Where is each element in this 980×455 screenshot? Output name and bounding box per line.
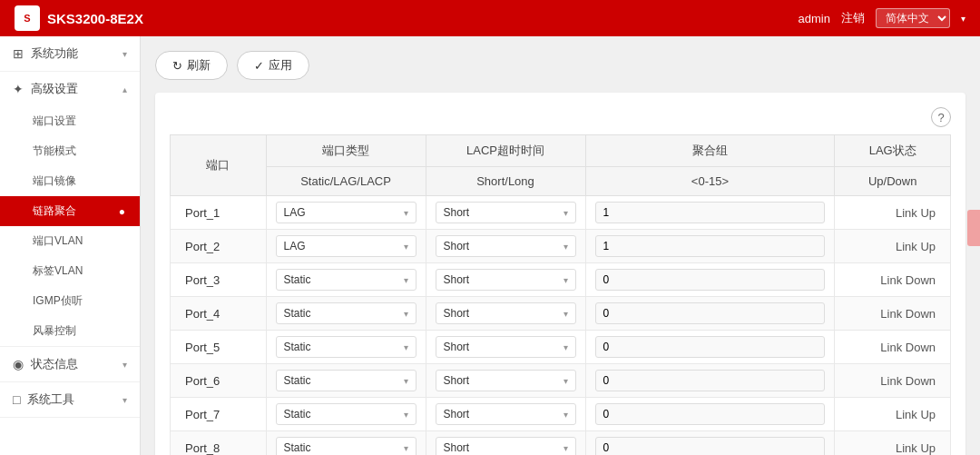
chevron-down-icon: ▾ (404, 309, 408, 319)
agg-input[interactable] (595, 437, 826, 455)
apply-button[interactable]: ✓ 应用 (237, 51, 309, 80)
type-select[interactable]: Static ▾ (276, 403, 416, 425)
chevron-icon-tools: ▾ (122, 395, 127, 405)
sidebar-group-system[interactable]: ⊞ 系统功能 ▾ (0, 36, 140, 71)
cell-lacp[interactable]: Short ▾ (426, 398, 585, 431)
cell-port: Port_3 (171, 263, 267, 297)
cell-type[interactable]: Static ▾ (266, 398, 426, 431)
agg-input[interactable] (595, 403, 826, 425)
agg-input[interactable] (595, 269, 826, 291)
agg-input[interactable] (595, 302, 826, 324)
cell-type[interactable]: LAG ▾ (266, 230, 426, 263)
agg-input[interactable] (595, 202, 826, 223)
refresh-icon: ↻ (172, 59, 182, 73)
sidebar-item-storm[interactable]: 风暴控制 (0, 316, 140, 346)
lacp-select[interactable]: Short ▾ (436, 235, 576, 257)
type-select[interactable]: Static ▾ (276, 336, 416, 358)
lacp-select[interactable]: Short ▾ (436, 302, 576, 324)
chevron-down-icon: ▾ (564, 443, 568, 453)
chevron-down-icon: ▾ (404, 242, 408, 252)
lacp-select[interactable]: Short ▾ (436, 370, 576, 391)
cell-status: Link Down (835, 331, 951, 364)
header-right: admin 注销 简体中文 ▾ (799, 8, 965, 28)
cell-agg[interactable] (585, 364, 835, 398)
cell-port: Port_8 (171, 431, 267, 456)
type-select[interactable]: Static ▾ (276, 302, 416, 324)
logout-button[interactable]: 注销 (841, 10, 865, 26)
chevron-icon: ▾ (122, 49, 127, 59)
sidebar-section-status: ◉ 状态信息 ▾ (0, 347, 140, 382)
help-button[interactable]: ? (931, 107, 951, 127)
cell-agg[interactable] (585, 398, 835, 431)
cell-port: Port_2 (171, 230, 267, 263)
sidebar-item-tag-vlan[interactable]: 标签VLAN (0, 256, 140, 286)
username: admin (799, 12, 830, 25)
cell-lacp[interactable]: Short ▾ (426, 196, 585, 230)
agg-input[interactable] (595, 370, 826, 391)
refresh-button[interactable]: ↻ 刷新 (155, 51, 228, 80)
scroll-indicator[interactable] (967, 210, 980, 246)
lacp-select[interactable]: Short ▾ (436, 336, 576, 358)
type-select[interactable]: Static ▾ (276, 370, 416, 391)
sidebar-item-port-settings[interactable]: 端口设置 (0, 106, 140, 136)
cell-type[interactable]: Static ▾ (266, 364, 426, 398)
logo-icon: S (15, 5, 40, 31)
agg-input[interactable] (595, 235, 826, 257)
sidebar-section-system: ⊞ 系统功能 ▾ (0, 36, 140, 72)
lacp-select[interactable]: Short ▾ (436, 269, 576, 291)
chevron-down-icon: ▾ (564, 309, 568, 319)
language-select[interactable]: 简体中文 (876, 8, 950, 28)
sidebar-group-status[interactable]: ◉ 状态信息 ▾ (0, 347, 140, 381)
type-select[interactable]: LAG ▾ (276, 202, 416, 223)
type-select[interactable]: Static ▾ (276, 269, 416, 291)
cell-lacp[interactable]: Short ▾ (426, 331, 585, 364)
cell-lacp[interactable]: Short ▾ (426, 297, 585, 331)
table-row: Port_3 Static ▾ Short ▾ Link Down (171, 263, 951, 297)
cell-port: Port_7 (171, 398, 267, 431)
cell-lacp[interactable]: Short ▾ (426, 230, 585, 263)
cell-agg[interactable] (585, 331, 835, 364)
type-select[interactable]: Static ▾ (276, 437, 416, 455)
sidebar-section-tools: □ 系统工具 ▾ (0, 382, 140, 418)
cell-type[interactable]: Static ▾ (266, 263, 426, 297)
sidebar-system-label: 系统功能 (31, 45, 78, 62)
sidebar-item-igmp[interactable]: IGMP侦听 (0, 286, 140, 316)
chevron-down-icon: ▾ (564, 208, 568, 218)
cell-type[interactable]: Static ▾ (266, 297, 426, 331)
settings-icon: ✦ (13, 82, 24, 96)
cell-agg[interactable] (585, 230, 835, 263)
cell-lacp[interactable]: Short ▾ (426, 263, 585, 297)
lacp-select[interactable]: Short ▾ (436, 437, 576, 455)
chevron-down-icon: ▾ (404, 342, 408, 352)
cell-agg[interactable] (585, 297, 835, 331)
table-row: Port_1 LAG ▾ Short ▾ Link Up (171, 196, 951, 230)
agg-input[interactable] (595, 336, 826, 358)
cell-agg[interactable] (585, 263, 835, 297)
header: S SKS3200-8E2X admin 注销 简体中文 ▾ (0, 0, 980, 36)
cell-lacp[interactable]: Short ▾ (426, 364, 585, 398)
cell-agg[interactable] (585, 431, 835, 456)
lacp-select[interactable]: Short ▾ (436, 403, 576, 425)
chevron-icon-status: ▾ (122, 360, 127, 370)
sidebar-group-tools[interactable]: □ 系统工具 ▾ (0, 382, 140, 417)
sidebar-group-advanced[interactable]: ✦ 高级设置 ▴ (0, 72, 140, 106)
lacp-select[interactable]: Short ▾ (436, 202, 576, 223)
cell-lacp[interactable]: Short ▾ (426, 431, 585, 456)
cell-status: Link Up (835, 431, 951, 456)
sidebar-item-port-vlan[interactable]: 端口VLAN (0, 226, 140, 256)
chevron-down-icon: ▾ (564, 275, 568, 285)
status-icon: ◉ (13, 357, 24, 371)
cell-agg[interactable] (585, 196, 835, 230)
cell-status: Link Down (835, 263, 951, 297)
cell-type[interactable]: LAG ▾ (266, 196, 426, 230)
sidebar-item-power-saving[interactable]: 节能模式 (0, 136, 140, 166)
type-select[interactable]: LAG ▾ (276, 235, 416, 257)
cell-type[interactable]: Static ▾ (266, 431, 426, 456)
col-header-status: LAG状态 (835, 135, 951, 167)
col-header-lacp: LACP超时时间 (426, 135, 585, 167)
cell-type[interactable]: Static ▾ (266, 331, 426, 364)
sidebar-item-link-aggregation[interactable]: 链路聚合 ● (0, 196, 140, 226)
chevron-down-icon: ▾ (564, 410, 568, 420)
sidebar-item-port-mirror[interactable]: 端口镜像 (0, 166, 140, 196)
chevron-down-icon: ▾ (404, 410, 408, 420)
